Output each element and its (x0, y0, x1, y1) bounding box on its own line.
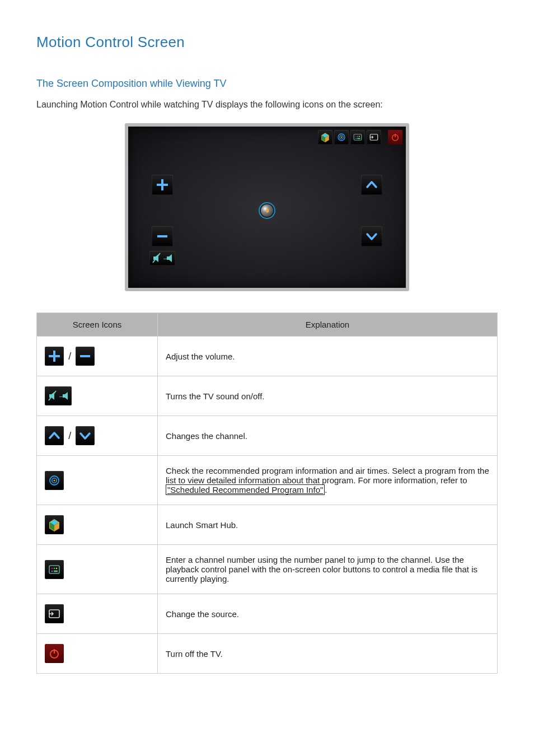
row-explanation: Enter a channel number using the number … (158, 545, 498, 594)
row-explanation: Changes the channel. (158, 416, 498, 456)
table-row: Launch Smart Hub. (37, 505, 498, 545)
power-icon (45, 644, 64, 663)
separator: / (68, 351, 71, 362)
source-icon (367, 130, 381, 144)
volume-down-icon (76, 347, 95, 366)
program-info-icon (334, 130, 349, 144)
col-header-icons: Screen Icons (37, 313, 158, 337)
channel-down-icon (361, 226, 382, 246)
mute-toggle-icon (149, 251, 175, 265)
table-row: / Adjust the volume. (37, 337, 498, 376)
smart-hub-icon (318, 130, 332, 144)
icons-table: Screen Icons Explanation / Adjust the vo… (36, 312, 498, 674)
number-panel-icon (350, 130, 365, 144)
table-row: / Changes the channel. (37, 416, 498, 456)
table-row: Turns the TV sound on/off. (37, 376, 498, 416)
row-icons (37, 594, 158, 634)
table-row: Enter a channel number using the number … (37, 545, 498, 594)
smart-hub-icon (45, 515, 64, 534)
table-row: Check the recommended program informatio… (37, 456, 498, 505)
row-icons (37, 545, 158, 594)
row-explanation: Turns the TV sound on/off. (158, 376, 498, 416)
section-subtitle: The Screen Composition while Viewing TV (36, 78, 498, 90)
separator: / (68, 430, 71, 442)
tv-frame (125, 123, 409, 291)
row-explanation: Turn off the TV. (158, 634, 498, 674)
table-row: Turn off the TV. (37, 634, 498, 674)
source-icon (45, 604, 64, 623)
motion-pointer-icon (259, 202, 275, 219)
mute-toggle-icon (45, 386, 72, 405)
row-icons (37, 634, 158, 674)
volume-up-icon (152, 175, 173, 195)
channel-down-icon (76, 426, 95, 445)
volume-up-icon (45, 347, 64, 366)
explanation-text-post: . (325, 485, 327, 494)
row-icons (37, 376, 158, 416)
row-icons (37, 456, 158, 505)
top-icon-bar (318, 130, 402, 144)
power-icon (388, 130, 402, 144)
row-explanation: Launch Smart Hub. (158, 505, 498, 545)
row-icons: / (37, 337, 158, 376)
number-panel-icon (45, 560, 64, 579)
tv-screen-illustration (125, 123, 409, 291)
intro-text: Launching Motion Control while watching … (36, 100, 498, 110)
table-row: Change the source. (37, 594, 498, 634)
row-explanation: Adjust the volume. (158, 337, 498, 376)
page-title: Motion Control Screen (36, 34, 498, 51)
row-explanation: Check the recommended program informatio… (158, 456, 498, 505)
row-icons: / (37, 416, 158, 456)
row-explanation: Change the source. (158, 594, 498, 634)
row-icons (37, 505, 158, 545)
explanation-text-pre: Check the recommended program informatio… (166, 466, 489, 485)
volume-down-icon (152, 226, 173, 246)
channel-up-icon (45, 426, 64, 445)
channel-up-icon (361, 175, 382, 195)
scheduled-program-info-link[interactable]: "Scheduled Recommended Program Info" (166, 484, 325, 495)
program-info-icon (45, 471, 64, 490)
col-header-explanation: Explanation (158, 313, 498, 337)
